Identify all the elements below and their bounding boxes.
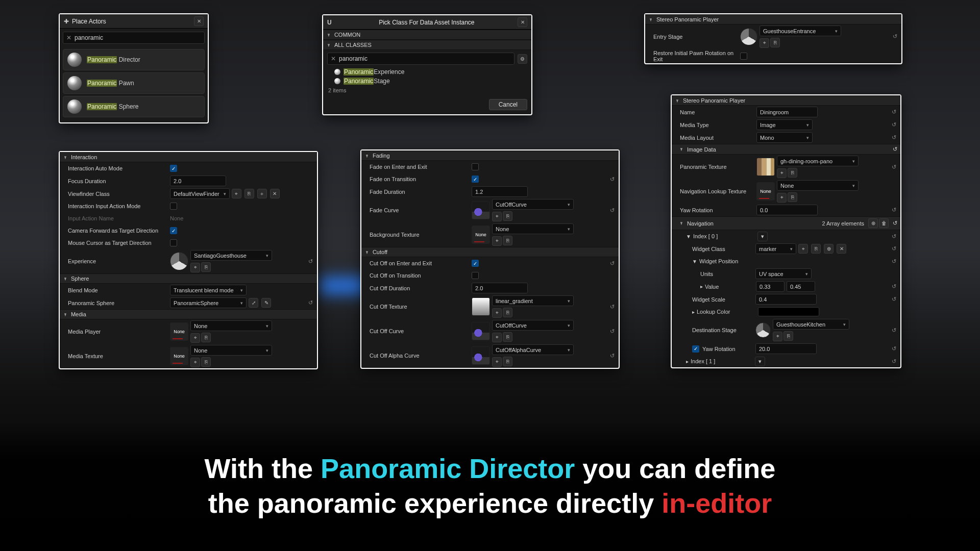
fade-curve-dropdown[interactable]: CutOffCurve▾ <box>492 199 574 210</box>
section-navigation[interactable]: ▼Navigation2 Array elements⊕🗑↺ <box>672 216 900 230</box>
yaw2-checkbox[interactable]: ✓ <box>692 345 699 353</box>
value-label[interactable]: Value <box>705 284 756 290</box>
use-selected-icon[interactable]: ⎘ <box>503 332 512 342</box>
browse-icon[interactable]: ⌖ <box>492 357 502 367</box>
cutoff-enter-exit-checkbox[interactable]: ✓ <box>472 260 479 267</box>
browse-icon[interactable]: ⌖ <box>777 168 787 178</box>
value-y-input[interactable] <box>787 281 815 292</box>
bg-texture-thumb[interactable]: None <box>472 226 490 244</box>
clear-search-icon[interactable]: ✕ <box>66 34 71 41</box>
browse-icon[interactable]: ⌖ <box>232 189 241 198</box>
cutoff-alpha-thumb[interactable] <box>472 346 490 365</box>
mouse-cursor-checkbox[interactable] <box>170 239 177 246</box>
focus-duration-input[interactable] <box>170 176 226 186</box>
reset-icon[interactable]: ↺ <box>892 164 896 170</box>
units-dropdown[interactable]: UV space▾ <box>755 268 812 279</box>
close-icon[interactable]: ✕ <box>518 17 527 27</box>
browse-icon[interactable]: ⌖ <box>777 193 787 203</box>
browse-icon[interactable]: ⌖ <box>492 236 502 246</box>
browse-icon[interactable]: ⌖ <box>492 308 502 318</box>
add-icon[interactable]: ＋ <box>257 189 267 198</box>
cutoff-texture-dropdown[interactable]: linear_gradient▾ <box>492 295 574 306</box>
cutoff-duration-input[interactable] <box>472 283 528 293</box>
reset-icon[interactable]: ↺ <box>892 327 896 334</box>
section-media[interactable]: ▼Media <box>60 309 317 319</box>
delete-element-icon[interactable]: 🗑 <box>879 218 889 228</box>
cutoff-texture-thumb[interactable] <box>472 297 490 316</box>
reset-icon[interactable]: ↺ <box>610 207 615 214</box>
reset-icon[interactable]: ↺ <box>610 353 615 359</box>
index0-label[interactable]: Index [ 0 ] <box>693 233 757 239</box>
name-input[interactable] <box>756 107 818 117</box>
browse-icon[interactable]: ⌖ <box>190 358 200 367</box>
use-selected-icon[interactable]: ⎘ <box>201 333 211 342</box>
browse-icon[interactable]: ⌖ <box>492 212 502 221</box>
reset-icon[interactable]: ↺ <box>893 146 897 153</box>
browse-icon[interactable]: ⌖ <box>492 333 502 342</box>
media-player-thumb[interactable]: None <box>170 322 188 341</box>
index1-dropdown[interactable]: ▾ <box>755 357 765 366</box>
nav-lookup-dropdown[interactable]: None▾ <box>777 180 859 191</box>
entry-stage-dropdown[interactable]: GuesthouseEntrance▾ <box>760 26 841 36</box>
media-player-dropdown[interactable]: None▾ <box>190 320 272 331</box>
section-image-data[interactable]: ▼Image Data↺ <box>672 144 900 155</box>
media-type-dropdown[interactable]: Image▾ <box>756 119 813 130</box>
use-selected-icon[interactable]: ⎘ <box>244 189 254 198</box>
browse-icon[interactable]: ⌖ <box>760 38 769 48</box>
section-sphere[interactable]: ▼Sphere <box>60 273 317 284</box>
browse-icon[interactable]: ⌖ <box>190 263 200 272</box>
use-selected-icon[interactable]: ⎘ <box>503 211 512 221</box>
reset-icon[interactable]: ↺ <box>892 245 896 252</box>
lookup-color-label[interactable]: Lookup Color <box>697 309 758 315</box>
section-fading[interactable]: ▼Fading <box>361 151 619 161</box>
reset-icon[interactable]: ↺ <box>610 176 615 183</box>
use-selected-icon[interactable]: ⎘ <box>811 244 821 254</box>
fade-transition-checkbox[interactable]: ✓ <box>472 176 479 183</box>
reset-icon[interactable]: ↺ <box>610 304 615 310</box>
entry-stage-thumb[interactable] <box>740 28 757 45</box>
reset-icon[interactable]: ↺ <box>892 296 896 303</box>
media-texture-dropdown[interactable]: None▾ <box>190 345 272 356</box>
fade-duration-input[interactable] <box>472 186 528 197</box>
use-selected-icon[interactable]: ⎘ <box>503 357 512 366</box>
use-selected-icon[interactable]: ⎘ <box>201 262 211 272</box>
actor-item-director[interactable]: Panoramic Director <box>63 49 205 70</box>
pano-texture-thumb[interactable] <box>756 158 775 176</box>
clear-icon[interactable]: ✕ <box>270 189 280 198</box>
use-selected-icon[interactable]: ⎘ <box>783 331 793 341</box>
reset-icon[interactable]: ↺ <box>892 283 896 290</box>
close-icon[interactable]: ✕ <box>194 16 204 26</box>
reset-icon[interactable]: ↺ <box>893 220 897 227</box>
bg-texture-dropdown[interactable]: None▾ <box>492 223 574 234</box>
input-action-mode-checkbox[interactable] <box>170 203 177 210</box>
experience-dropdown[interactable]: SantiagoGuesthouse▾ <box>190 250 272 261</box>
panoramic-sphere-dropdown[interactable]: PanoramicSphere▾ <box>170 297 247 308</box>
dest-stage-thumb[interactable] <box>755 322 771 338</box>
section-interaction[interactable]: ▼Interaction <box>60 152 317 162</box>
add-icon[interactable]: ⊕ <box>824 244 834 254</box>
section-cutoff[interactable]: ▼Cutoff <box>361 247 619 257</box>
restore-rotation-checkbox[interactable] <box>740 53 747 60</box>
class-search-input[interactable] <box>339 55 511 62</box>
cutoff-curve-thumb[interactable] <box>472 322 490 340</box>
class-result-stage[interactable]: PanoramicStage <box>323 77 531 86</box>
reset-icon[interactable]: ↺ <box>892 121 896 128</box>
actor-item-pawn[interactable]: Panoramic Pawn <box>63 72 205 94</box>
settings-gear-icon[interactable]: ⚙ <box>518 54 527 64</box>
class-picker-search[interactable]: ✕ <box>327 53 514 65</box>
reset-icon[interactable]: ↺ <box>308 299 313 306</box>
value-x-input[interactable] <box>756 281 785 292</box>
cutoff-curve-dropdown[interactable]: CutOffCurve▾ <box>492 320 574 331</box>
use-selected-icon[interactable]: ⎘ <box>503 236 512 245</box>
reset-icon[interactable]: ↺ <box>892 233 896 240</box>
clear-search-icon[interactable]: ✕ <box>331 55 336 62</box>
camera-fwd-checkbox[interactable]: ✓ <box>170 227 177 234</box>
place-actors-search[interactable]: ✕ <box>63 32 205 44</box>
spp-entry-header[interactable]: ▼Stereo Panoramic Player <box>645 14 901 24</box>
edit-icon[interactable]: ✎ <box>261 298 271 308</box>
reset-icon[interactable]: ↺ <box>610 260 615 267</box>
reset-icon[interactable]: ↺ <box>892 358 896 365</box>
reset-icon[interactable]: ↺ <box>308 258 313 265</box>
widget-position-label[interactable]: Widget Position <box>699 258 761 264</box>
browse-icon[interactable]: ⤢ <box>249 298 258 308</box>
